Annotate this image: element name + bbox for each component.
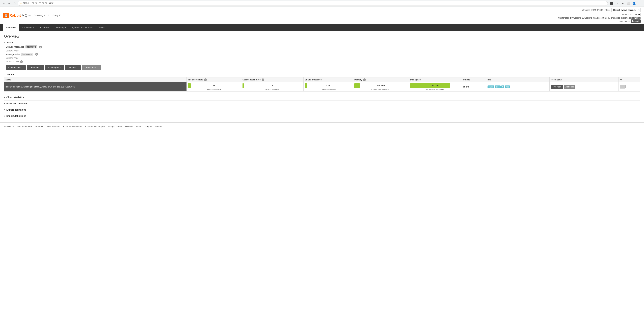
back-button[interactable]: ← [2,1,6,5]
footer-link-google-group[interactable]: Google Group [108,125,122,128]
queues-count-btn[interactable]: Queues: 0 [65,65,81,70]
nav-item-channels[interactable]: Channels [37,24,52,31]
footer-link-plugins[interactable]: Plugins [144,125,152,128]
star-icon[interactable]: ☆ [615,1,620,6]
socket-desc-available: 943629 available [242,88,302,90]
global-counts-help[interactable]: ? [20,60,23,63]
nav-item-exchanges[interactable]: Exchanges [52,24,69,31]
security-text: 不安全 [23,2,29,5]
col-memory: Memory ? [353,77,409,82]
address-bar[interactable]: ⚠ 不安全 172.24.100.62:32104/#/ [18,1,608,6]
footer-link-discord[interactable]: Discord [125,125,132,128]
socket-descriptors-cell: 0 943629 available [241,82,304,91]
global-counts-row: Global counts ? [6,60,640,63]
footer-link-commercial-support[interactable]: Commercial support [85,125,105,128]
footer-link-github[interactable]: GitHub [155,125,162,128]
queued-messages-label: Queued messages [6,45,24,48]
disk-bar-container: 79 GiB [410,83,460,88]
nodes-section: ▼ Nodes Name File descriptors ? Socket d… [4,73,640,91]
security-warning-icon: ⚠ [20,2,22,4]
queued-messages-row: Queued messages last minute ? [6,45,640,48]
translate-icon[interactable]: ⬛ [609,1,614,6]
content: Overview ▼ Totals Queued messages last m… [0,31,644,122]
nodes-header[interactable]: ▼ Nodes [4,73,640,76]
memory-value: 144 MiB [377,84,385,87]
browser-chrome: ← → ↻ ⚠ 不安全 172.24.100.62:32104/#/ ⬛ ☆ ●… [0,0,644,7]
disk-bar [410,83,450,88]
refresh-button[interactable]: ↻ [12,1,16,5]
badge-basic: basic [488,85,494,88]
currently-idle-1: Currently idle [6,49,18,52]
uptime-value: 5h 1m [463,86,469,88]
import-definitions-header[interactable]: ▶ Import definitions [4,115,640,117]
main-nav: Overview Connections Channels Exchanges … [0,24,644,31]
footer-link-slack[interactable]: Slack [136,125,142,128]
disk-space-cell: 79 GiB 48 MiB low watermark [409,82,462,91]
account-icon[interactable]: 👤 [632,1,636,6]
refresh-select[interactable]: Refresh every 5 seconds Refresh every 10… [612,8,641,12]
rabbitmq-logo-icon: 🐰 [3,13,9,18]
nav-item-overview[interactable]: Overview [3,24,19,31]
badge-disc: disc [495,85,500,88]
nav-item-admin[interactable]: Admin [96,24,108,31]
cluster-info: Cluster rabbit@rabbitmq-0.rabbitmq-headl… [558,17,641,19]
churn-statistics-header[interactable]: ▶ Churn statistics [4,96,640,99]
file-desc-bar [188,83,190,88]
ports-contexts-header[interactable]: ▶ Ports and contexts [4,102,640,105]
import-chevron: ▶ [4,115,5,117]
memory-bar [354,83,360,88]
file-desc-available: 1048576 available [188,88,240,90]
currently-idle-1-row: Currently idle [6,49,640,52]
erlang-proc-available: 1048576 available [305,88,352,90]
erlang-proc-value: 478 [326,84,330,87]
disk-watermark: 48 MiB low watermark [410,88,460,90]
top-bar-right: Refreshed 2024-07-30 14:48:05 Refresh ev… [558,8,641,23]
totals-header[interactable]: ▼ Totals [4,41,640,44]
ports-contexts-title: Ports and contexts [6,102,28,105]
export-definitions-header[interactable]: ▶ Export definitions [4,108,640,111]
import-definitions-title: Import definitions [6,115,26,117]
top-bar: 🐰 Rabbit MQ TM RabbitMQ 3.12.6 Erlang 26… [0,7,644,24]
global-counts-label: Global counts [6,60,19,63]
this-node-button[interactable]: This node [551,85,563,89]
vhost-select[interactable]: All [632,13,641,16]
col-socket-desc: Socket descriptors ? [241,77,304,82]
exchanges-count-btn[interactable]: Exchanges: 7 [45,65,64,70]
footer: HTTP API Documentation Tutorials New rel… [0,122,644,131]
plus-minus-button[interactable]: +/- [620,85,626,88]
counts-row: Connections: 0 Channels: 0 Exchanges: 7 … [6,65,640,70]
channels-count-btn[interactable]: Channels: 0 [27,65,44,70]
nav-item-connections[interactable]: Connections [19,24,37,31]
message-rates-row: Message rates last minute ? [6,53,640,56]
queued-messages-help[interactable]: ? [39,46,42,48]
footer-link-new-releases[interactable]: New releases [46,125,60,128]
connections-count-btn[interactable]: Connections: 0 [6,65,26,70]
col-plus-minus: +/- [618,77,640,82]
message-rates-help[interactable]: ? [35,53,38,56]
node-buttons: This node All nodes [551,85,617,89]
logo-rabbit: Rabbit [10,13,21,17]
profile-icon[interactable]: ● [620,1,625,6]
nodes-table-header-row: Name File descriptors ? Socket descripto… [4,77,640,82]
footer-link-documentation[interactable]: Documentation [17,125,32,128]
totals-content: Queued messages last minute ? Currently … [4,45,640,70]
footer-link-http-api[interactable]: HTTP API [4,125,14,128]
cluster-label: Cluster [558,17,565,19]
extensions-icon[interactable]: ⬜ [626,1,631,6]
refreshed-time: 2024-07-30 14:48:05 [592,9,610,11]
churn-chevron: ▶ [4,96,5,98]
app-container: 🐰 Rabbit MQ TM RabbitMQ 3.12.6 Erlang 26… [0,7,644,332]
footer-link-tutorials[interactable]: Tutorials [35,125,43,128]
logout-button[interactable]: Log out [630,19,641,23]
export-definitions-section: ▶ Export definitions [4,107,640,113]
reset-stats-cell: This node All nodes [550,82,618,91]
all-nodes-button[interactable]: All nodes [564,85,576,89]
memory-bar-container: 144 MiB [354,83,407,88]
footer-link-commercial-edition[interactable]: Commercial edition [63,125,82,128]
info-cell: basic disc 5 rss [486,82,550,91]
col-name: Name [4,77,187,82]
forward-button[interactable]: → [7,1,11,5]
consumers-count-btn[interactable]: Consumers: 0 [82,65,101,70]
menu-icon[interactable]: ⋮ [638,1,642,6]
nav-item-queues[interactable]: Queues and Streams [69,24,96,31]
